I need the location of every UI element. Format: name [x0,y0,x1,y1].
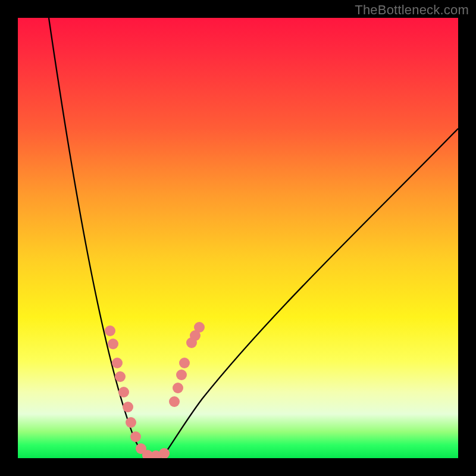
data-dot [186,337,197,348]
data-dot [179,358,190,368]
data-dot [130,431,141,442]
chart-frame: TheBottleneck.com [0,0,476,476]
plot-area [18,18,458,458]
left-curve [49,18,150,456]
curves-svg [18,18,458,458]
data-dot [108,339,118,349]
data-dot [173,383,183,393]
data-dot [118,387,129,397]
data-dot [105,325,115,336]
right-curve [150,129,458,456]
data-dot [176,369,187,380]
data-dot [126,417,136,428]
data-dot [123,402,133,412]
watermark-text: TheBottleneck.com [355,2,469,18]
data-dot [112,358,123,368]
data-dot [169,396,180,407]
data-dot [115,371,126,382]
